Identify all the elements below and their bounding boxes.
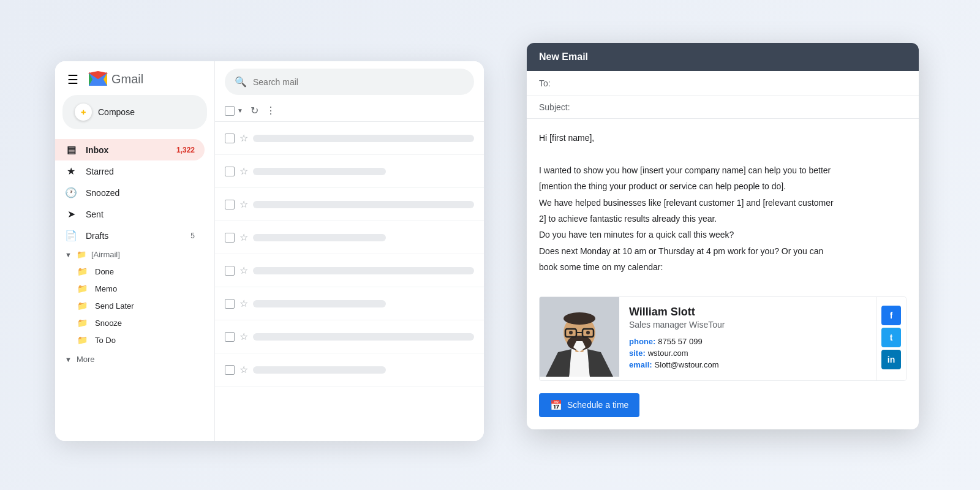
star-icon[interactable]: ☆ bbox=[239, 265, 248, 276]
body-line-7: Does next Monday at 10 am or Thursday at… bbox=[539, 244, 907, 258]
airmail-section[interactable]: ▼ 📁 [Airmail] bbox=[55, 246, 214, 263]
twitter-button[interactable]: t bbox=[881, 328, 901, 347]
nav-item-inbox[interactable]: ▤ Inbox 1,322 bbox=[55, 139, 205, 160]
more-chevron: ▼ bbox=[65, 356, 72, 363]
sent-icon: ➤ bbox=[65, 208, 77, 220]
email-value: Slott@wstour.com bbox=[655, 360, 719, 369]
nav-sub-snooze[interactable]: 📁 Snooze bbox=[55, 314, 205, 331]
compose-button[interactable]: ✚ Compose bbox=[62, 95, 207, 129]
search-icon: 🔍 bbox=[235, 76, 247, 88]
compose-header: New Email bbox=[527, 43, 919, 71]
select-checkbox[interactable] bbox=[225, 106, 235, 116]
email-preview-bar bbox=[253, 168, 386, 175]
email-row-7[interactable]: ☆ bbox=[215, 320, 484, 353]
compose-window: New Email To: Subject: Hi [first name], … bbox=[527, 43, 919, 429]
email-row-3[interactable]: ☆ bbox=[215, 188, 484, 221]
row-checkbox[interactable] bbox=[225, 167, 235, 176]
email-toolbar: ▼ ↻ ⋮ bbox=[215, 102, 484, 122]
email-signature: William Slott Sales manager WiseTour pho… bbox=[539, 296, 907, 381]
refresh-icon[interactable]: ↻ bbox=[251, 105, 258, 116]
more-section[interactable]: ▼ More bbox=[55, 351, 214, 368]
sig-title: Sales manager WiseTour bbox=[629, 320, 866, 330]
nav-item-sent[interactable]: ➤ Sent bbox=[55, 203, 205, 225]
select-all[interactable]: ▼ bbox=[225, 106, 243, 116]
row-checkbox[interactable] bbox=[225, 233, 235, 243]
gmail-logo-svg bbox=[87, 71, 109, 88]
email-row-2[interactable]: ☆ bbox=[215, 155, 484, 188]
nav-item-drafts[interactable]: 📄 Drafts 5 bbox=[55, 225, 205, 246]
snoozed-label: Snoozed bbox=[86, 188, 119, 198]
email-label: email: bbox=[629, 360, 652, 369]
more-label: More bbox=[77, 355, 95, 364]
calendar-icon: 📅 bbox=[550, 399, 562, 411]
airmail-chevron: ▼ bbox=[65, 251, 72, 258]
row-checkbox[interactable] bbox=[225, 134, 235, 143]
search-input[interactable] bbox=[253, 77, 464, 87]
body-line-2: I wanted to show you how [insert your co… bbox=[539, 164, 907, 177]
more-options-icon[interactable]: ⋮ bbox=[266, 105, 276, 116]
email-list-area: 🔍 ▼ ↻ ⋮ ☆ ☆ ☆ bbox=[214, 61, 484, 441]
site-value: wstour.com bbox=[648, 349, 688, 358]
row-checkbox[interactable] bbox=[225, 266, 235, 276]
row-checkbox[interactable] bbox=[225, 299, 235, 309]
svg-point-7 bbox=[564, 312, 595, 325]
airmail-folder-icon: 📁 bbox=[77, 250, 86, 259]
snooze-label: Snooze bbox=[95, 318, 122, 328]
compose-subject-field[interactable]: Subject: bbox=[527, 96, 919, 119]
facebook-icon: f bbox=[890, 311, 893, 320]
sig-site: site: wstour.com bbox=[629, 349, 866, 358]
star-icon[interactable]: ☆ bbox=[239, 198, 248, 210]
nav-item-snoozed[interactable]: 🕐 Snoozed bbox=[55, 182, 205, 203]
svg-point-12 bbox=[569, 331, 573, 334]
todo-folder-icon: 📁 bbox=[77, 335, 88, 345]
select-arrow[interactable]: ▼ bbox=[237, 107, 243, 114]
gmail-text: Gmail bbox=[111, 72, 143, 86]
svg-marker-2 bbox=[569, 349, 590, 377]
row-checkbox[interactable] bbox=[225, 332, 235, 342]
sig-phone: phone: 8755 57 099 bbox=[629, 337, 866, 346]
snooze-folder-icon: 📁 bbox=[77, 318, 88, 328]
sent-label: Sent bbox=[86, 209, 104, 219]
body-line-4: We have helped businesses like [relevant… bbox=[539, 196, 907, 209]
facebook-button[interactable]: f bbox=[881, 306, 901, 325]
inbox-badge: 1,322 bbox=[176, 146, 195, 154]
schedule-time-button[interactable]: 📅 Schedule a time bbox=[539, 393, 639, 417]
done-folder-icon: 📁 bbox=[77, 266, 88, 276]
nav-sub-done[interactable]: 📁 Done bbox=[55, 263, 205, 280]
email-rows: ☆ ☆ ☆ ☆ ☆ bbox=[215, 122, 484, 441]
inbox-label: Inbox bbox=[86, 145, 108, 155]
linkedin-button[interactable]: in bbox=[881, 350, 901, 369]
nav-sub-memo[interactable]: 📁 Memo bbox=[55, 280, 205, 297]
email-row-4[interactable]: ☆ bbox=[215, 221, 484, 254]
phone-value: 8755 57 099 bbox=[658, 337, 702, 346]
memo-label: Memo bbox=[95, 284, 117, 293]
star-icon[interactable]: ☆ bbox=[239, 232, 248, 243]
signature-info: William Slott Sales manager WiseTour pho… bbox=[619, 297, 876, 380]
row-checkbox[interactable] bbox=[225, 365, 235, 375]
star-icon[interactable]: ☆ bbox=[239, 165, 248, 177]
search-bar[interactable]: 🔍 bbox=[225, 69, 474, 95]
body-line-5: 2] to achieve fantastic results already … bbox=[539, 212, 907, 225]
email-preview-bar bbox=[253, 135, 474, 142]
star-icon[interactable]: ☆ bbox=[239, 132, 248, 144]
compose-to-field[interactable]: To: bbox=[527, 71, 919, 96]
email-row-1[interactable]: ☆ bbox=[215, 122, 484, 155]
star-icon[interactable]: ☆ bbox=[239, 331, 248, 342]
email-row-5[interactable]: ☆ bbox=[215, 254, 484, 287]
compose-header-title: New Email bbox=[539, 51, 588, 62]
email-row-6[interactable]: ☆ bbox=[215, 287, 484, 320]
email-row-8[interactable]: ☆ bbox=[215, 353, 484, 386]
compose-to-label: To: bbox=[539, 78, 551, 88]
nav-item-starred[interactable]: ★ Starred bbox=[55, 160, 205, 182]
nav-sub-todo[interactable]: 📁 To Do bbox=[55, 331, 205, 349]
sendlater-label: Send Later bbox=[95, 301, 134, 311]
svg-point-13 bbox=[586, 331, 590, 334]
star-icon[interactable]: ☆ bbox=[239, 364, 248, 375]
email-preview-bar bbox=[253, 234, 386, 241]
nav-sub-sendlater[interactable]: 📁 Send Later bbox=[55, 297, 205, 314]
sig-email: email: Slott@wstour.com bbox=[629, 360, 866, 369]
star-icon[interactable]: ☆ bbox=[239, 298, 248, 309]
hamburger-icon-2[interactable]: ☰ bbox=[67, 72, 78, 87]
row-checkbox[interactable] bbox=[225, 200, 235, 209]
gmail-logo-group: Gmail bbox=[87, 71, 143, 88]
